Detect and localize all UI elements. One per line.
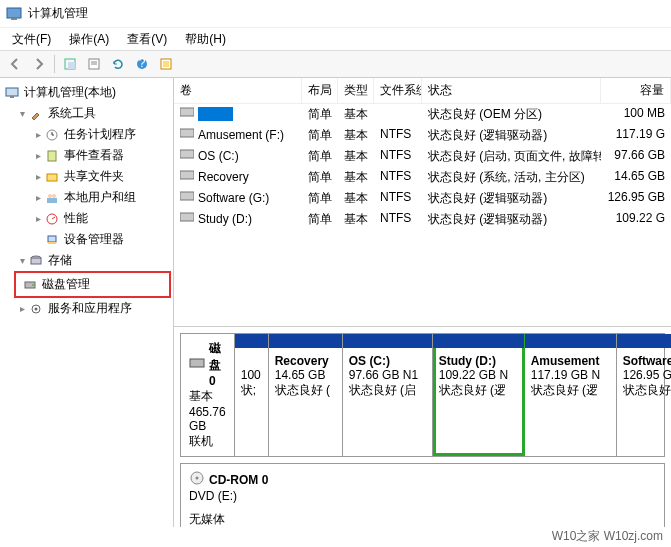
tree-device-manager[interactable]: 设备管理器: [2, 229, 171, 250]
table-row[interactable]: Recovery简单基本NTFS状态良好 (系统, 活动, 主分区)14.65 …: [174, 167, 671, 188]
table-row[interactable]: Amusement (F:)简单基本NTFS状态良好 (逻辑驱动器)117.19…: [174, 125, 671, 146]
svg-rect-0: [7, 8, 21, 18]
svg-rect-10: [163, 61, 169, 67]
expand-icon[interactable]: ▸: [16, 303, 28, 314]
expand-icon[interactable]: ▸: [32, 192, 44, 203]
menu-help[interactable]: 帮助(H): [177, 29, 234, 50]
table-row[interactable]: Study (D:)简单基本NTFS状态良好 (逻辑驱动器)109.22 G: [174, 209, 671, 230]
svg-rect-35: [180, 192, 194, 200]
col-fs[interactable]: 文件系统: [374, 78, 422, 103]
menu-bar: 文件(F) 操作(A) 查看(V) 帮助(H): [0, 28, 671, 50]
tree-local-users[interactable]: ▸ 本地用户和组: [2, 187, 171, 208]
clock-icon: [44, 127, 60, 143]
up-button[interactable]: [59, 53, 81, 75]
partition[interactable]: Recovery14.65 GB状态良好 (: [269, 334, 343, 456]
svg-rect-37: [190, 359, 204, 367]
disk-icon: [189, 355, 205, 374]
tree-storage[interactable]: ▾ 存储: [2, 250, 171, 271]
svg-line-22: [52, 217, 55, 219]
tree-performance[interactable]: ▸ 性能: [2, 208, 171, 229]
col-capacity[interactable]: 容量: [601, 78, 671, 103]
menu-action[interactable]: 操作(A): [61, 29, 117, 50]
svg-rect-12: [10, 96, 14, 98]
svg-rect-26: [31, 258, 41, 264]
cdrom-icon: [189, 470, 205, 489]
expand-icon[interactable]: ▸: [32, 129, 44, 140]
svg-rect-31: [180, 108, 194, 116]
highlight-disk-mgmt: 磁盘管理: [14, 271, 171, 298]
tree-root[interactable]: 计算机管理(本地): [2, 82, 171, 103]
disk-icon: [22, 277, 38, 293]
col-type[interactable]: 类型: [338, 78, 374, 103]
tree-event-viewer[interactable]: ▸ 事件查看器: [2, 145, 171, 166]
perf-icon: [44, 211, 60, 227]
refresh-button[interactable]: [107, 53, 129, 75]
computer-icon: [4, 85, 20, 101]
svg-point-28: [32, 284, 34, 286]
nav-tree: 计算机管理(本地) ▾ 系统工具 ▸ 任务计划程序 ▸ 事件查看器 ▸ 共享文件…: [0, 78, 174, 527]
watermark: W10之家 W10zj.com: [552, 528, 663, 545]
svg-rect-1: [11, 18, 17, 20]
app-icon: [6, 6, 22, 22]
svg-rect-24: [48, 242, 56, 244]
svg-rect-33: [180, 150, 194, 158]
disk-0-label: 磁盘 0 基本 465.76 GB 联机: [181, 334, 235, 456]
table-row[interactable]: 简单基本状态良好 (OEM 分区)100 MB: [174, 104, 671, 125]
cdrom-row[interactable]: CD-ROM 0 DVD (E:) 无媒体: [180, 463, 665, 527]
col-volume[interactable]: 卷: [174, 78, 302, 103]
partition[interactable]: OS (C:)97.66 GB N1状态良好 (启: [343, 334, 433, 456]
folder-share-icon: [44, 169, 60, 185]
svg-rect-34: [180, 171, 194, 179]
partition[interactable]: Study (D:)109.22 GB N状态良好 (逻: [433, 334, 525, 456]
svg-point-18: [48, 194, 52, 198]
disk-0-partitions: 100状;Recovery14.65 GB状态良好 (OS (C:)97.66 …: [235, 334, 671, 456]
col-layout[interactable]: 布局: [302, 78, 338, 103]
book-icon: [44, 148, 60, 164]
svg-point-30: [35, 307, 38, 310]
volume-list[interactable]: 卷 布局 类型 文件系统 状态 容量 简单基本状态良好 (OEM 分区)100 …: [174, 78, 671, 327]
device-icon: [44, 232, 60, 248]
tree-task-scheduler[interactable]: ▸ 任务计划程序: [2, 124, 171, 145]
menu-file[interactable]: 文件(F): [4, 29, 59, 50]
disk-0-row[interactable]: 磁盘 0 基本 465.76 GB 联机 100状;Recovery14.65 …: [180, 333, 665, 457]
storage-icon: [28, 253, 44, 269]
window-title: 计算机管理: [28, 5, 88, 22]
help-button[interactable]: ?: [131, 53, 153, 75]
title-bar: 计算机管理: [0, 0, 671, 28]
expand-icon[interactable]: ▸: [32, 213, 44, 224]
svg-rect-23: [48, 236, 56, 242]
svg-rect-20: [47, 198, 57, 203]
tree-disk-management[interactable]: 磁盘管理: [18, 274, 167, 295]
back-button[interactable]: [4, 53, 26, 75]
svg-rect-16: [48, 151, 56, 161]
expand-icon[interactable]: ▸: [32, 171, 44, 182]
volume-list-header: 卷 布局 类型 文件系统 状态 容量: [174, 78, 671, 104]
expand-icon[interactable]: ▸: [32, 150, 44, 161]
menu-view[interactable]: 查看(V): [119, 29, 175, 50]
main-panel: 卷 布局 类型 文件系统 状态 容量 简单基本状态良好 (OEM 分区)100 …: [174, 78, 671, 527]
col-status[interactable]: 状态: [422, 78, 601, 103]
cdrom-label: CD-ROM 0 DVD (E:) 无媒体: [181, 464, 299, 527]
svg-rect-17: [47, 174, 57, 181]
forward-button[interactable]: [28, 53, 50, 75]
properties-button[interactable]: [83, 53, 105, 75]
collapse-icon[interactable]: ▾: [16, 255, 28, 266]
table-row[interactable]: Software (G:)简单基本NTFS状态良好 (逻辑驱动器)126.95 …: [174, 188, 671, 209]
users-icon: [44, 190, 60, 206]
collapse-icon[interactable]: ▾: [16, 108, 28, 119]
table-row[interactable]: OS (C:)简单基本NTFS状态良好 (启动, 页面文件, 故障转储, 主分区…: [174, 146, 671, 167]
partition[interactable]: Software126.95 GB状态良好 (逻: [617, 334, 671, 456]
wrench-icon: [28, 106, 44, 122]
tree-services[interactable]: ▸ 服务和应用程序: [2, 298, 171, 319]
settings-button[interactable]: [155, 53, 177, 75]
svg-rect-11: [6, 88, 18, 96]
separator: [54, 55, 55, 73]
svg-text:?: ?: [139, 57, 146, 70]
partition[interactable]: 100状;: [235, 334, 269, 456]
tree-system-tools[interactable]: ▾ 系统工具: [2, 103, 171, 124]
svg-rect-36: [180, 213, 194, 221]
partition[interactable]: Amusement117.19 GB N状态良好 (逻: [525, 334, 617, 456]
tree-shared-folders[interactable]: ▸ 共享文件夹: [2, 166, 171, 187]
toolbar: ?: [0, 50, 671, 78]
services-icon: [28, 301, 44, 317]
